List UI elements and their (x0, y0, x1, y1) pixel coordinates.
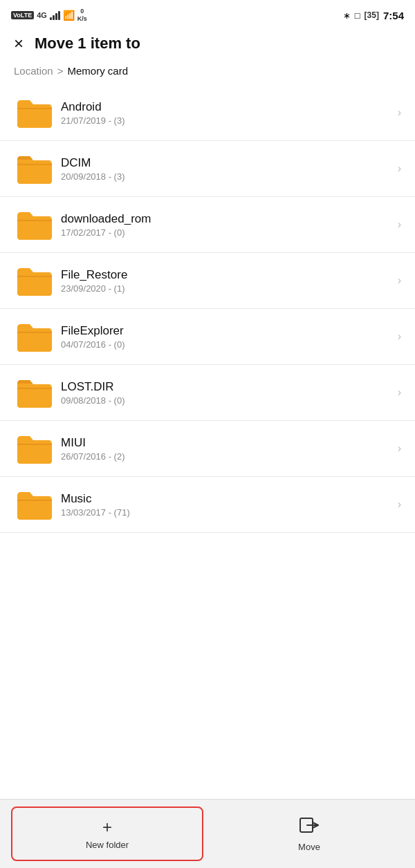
time-display: 7:54 (383, 10, 404, 21)
signal-bars (50, 10, 60, 20)
folder-name: File_Restore (61, 268, 398, 282)
folder-name: Android (61, 100, 398, 114)
folder-item[interactable]: Android21/07/2019 - (3)› (0, 85, 415, 141)
bluetooth-icon: ∗ (343, 10, 351, 21)
volte-badge: VoLTE (11, 11, 34, 19)
folder-name: DCIM (61, 156, 398, 170)
chevron-right-icon: › (398, 162, 401, 175)
folder-meta: 17/02/2017 - (0) (61, 227, 398, 238)
folder-meta: 26/07/2016 - (2) (61, 451, 398, 462)
move-button[interactable]: Move (214, 806, 404, 861)
folder-info: FileExplorer04/07/2016 - (0) (55, 324, 398, 350)
breadcrumb: Location > Memory card (0, 62, 415, 85)
chevron-right-icon: › (398, 442, 401, 455)
chevron-right-icon: › (398, 386, 401, 399)
folder-item[interactable]: DCIM20/09/2018 - (3)› (0, 141, 415, 197)
move-label: Move (298, 842, 320, 852)
folder-icon (14, 487, 55, 522)
folder-icon (14, 207, 55, 243)
chevron-right-icon: › (398, 330, 401, 343)
folder-name: FileExplorer (61, 324, 398, 338)
status-bar: VoLTE 4G 📶 0K/s ∗ □ [35] 7:54 (0, 0, 415, 28)
chevron-right-icon: › (398, 106, 401, 119)
bottom-bar: + New folder Move (0, 799, 415, 868)
folder-item[interactable]: FileExplorer04/07/2016 - (0)› (0, 309, 415, 365)
folder-list: Android21/07/2019 - (3)› DCIM20/09/2018 … (0, 85, 415, 533)
folder-info: MIUI26/07/2016 - (2) (55, 436, 398, 462)
wifi-icon: 📶 (63, 10, 75, 21)
breadcrumb-separator: > (57, 65, 64, 77)
folder-item[interactable]: File_Restore23/09/2020 - (1)› (0, 253, 415, 309)
folder-item[interactable]: downloaded_rom17/02/2017 - (0)› (0, 197, 415, 253)
folder-icon (14, 151, 55, 187)
folder-icon (14, 95, 55, 131)
folder-icon (14, 319, 55, 355)
close-button[interactable]: × (14, 35, 24, 52)
status-right: ∗ □ [35] 7:54 (343, 10, 404, 21)
new-folder-button[interactable]: + New folder (11, 806, 203, 861)
chevron-right-icon: › (398, 218, 401, 231)
folder-info: LOST.DIR09/08/2018 - (0) (55, 380, 398, 406)
folder-meta: 21/07/2019 - (3) (61, 115, 398, 126)
status-left: VoLTE 4G 📶 0K/s (11, 8, 87, 23)
chevron-right-icon: › (398, 498, 401, 511)
folder-meta: 23/09/2020 - (1) (61, 283, 398, 294)
data-speed: 0K/s (77, 8, 87, 23)
folder-item[interactable]: LOST.DIR09/08/2018 - (0)› (0, 365, 415, 421)
folder-name: downloaded_rom (61, 212, 398, 226)
breadcrumb-current: Memory card (67, 65, 128, 77)
folder-info: DCIM20/09/2018 - (3) (55, 156, 398, 182)
plus-icon: + (102, 818, 112, 837)
folder-info: Android21/07/2019 - (3) (55, 100, 398, 126)
folder-icon (14, 263, 55, 299)
folder-item[interactable]: MIUI26/07/2016 - (2)› (0, 421, 415, 477)
folder-info: Music13/03/2017 - (71) (55, 492, 398, 518)
folder-meta: 13/03/2017 - (71) (61, 507, 398, 518)
phone-icon: □ (355, 10, 360, 21)
move-icon (299, 815, 320, 839)
chevron-right-icon: › (398, 274, 401, 287)
header: × Move 1 item to (0, 28, 415, 62)
folder-info: downloaded_rom17/02/2017 - (0) (55, 212, 398, 238)
folder-name: Music (61, 492, 398, 506)
folder-meta: 04/07/2016 - (0) (61, 339, 398, 350)
folder-meta: 09/08/2018 - (0) (61, 395, 398, 406)
folder-item[interactable]: Music13/03/2017 - (71)› (0, 477, 415, 533)
new-folder-label: New folder (86, 840, 129, 850)
folder-info: File_Restore23/09/2020 - (1) (55, 268, 398, 294)
page-title: Move 1 item to (35, 35, 140, 53)
folder-name: LOST.DIR (61, 380, 398, 394)
folder-name: MIUI (61, 436, 398, 450)
breadcrumb-location[interactable]: Location (14, 65, 53, 77)
folder-icon (14, 431, 55, 466)
battery-icon: [35] (365, 10, 379, 20)
folder-meta: 20/09/2018 - (3) (61, 171, 398, 182)
folder-icon (14, 375, 55, 411)
signal-4g: 4G (37, 11, 47, 19)
